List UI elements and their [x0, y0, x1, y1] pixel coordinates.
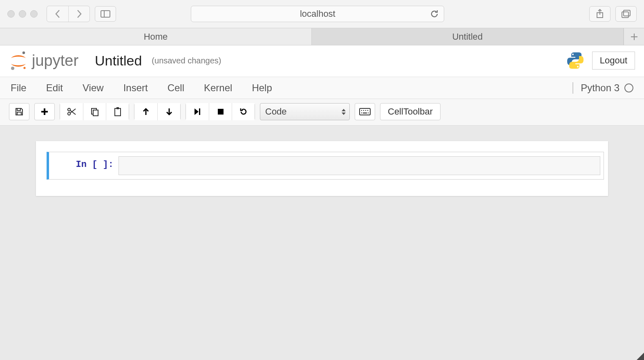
- stop-icon: [217, 108, 224, 115]
- svg-rect-24: [116, 107, 119, 109]
- menu-cell[interactable]: Cell: [168, 82, 184, 94]
- move-up-button[interactable]: [134, 103, 157, 120]
- move-group: [134, 103, 181, 120]
- svg-rect-13: [17, 108, 20, 110]
- celltoolbar-button[interactable]: CellToolbar: [380, 103, 441, 120]
- jupyter-page: jupyter Untitled (unsaved changes) Logou…: [0, 45, 644, 126]
- code-input[interactable]: [119, 156, 600, 175]
- menu-edit[interactable]: Edit: [46, 82, 63, 94]
- menu-kernel[interactable]: Kernel: [204, 82, 232, 94]
- menu-file[interactable]: File: [11, 82, 27, 94]
- save-button[interactable]: [9, 103, 29, 120]
- tabs-icon: [622, 10, 631, 18]
- paste-button[interactable]: [106, 103, 129, 120]
- svg-rect-38: [363, 112, 367, 113]
- paste-icon: [113, 107, 122, 117]
- code-cell[interactable]: In [ ]:: [47, 152, 604, 180]
- svg-rect-32: [360, 108, 370, 115]
- step-forward-icon: [194, 108, 201, 116]
- tab-label: Untitled: [452, 32, 483, 42]
- forward-button[interactable]: [68, 6, 89, 22]
- svg-rect-29: [218, 109, 224, 115]
- run-button[interactable]: [186, 103, 209, 120]
- share-icon: [596, 9, 604, 19]
- jupyter-logo[interactable]: jupyter: [9, 50, 78, 71]
- reload-icon: [430, 9, 439, 18]
- input-area: [119, 154, 604, 178]
- browser-tabstrip: Home Untitled: [0, 28, 644, 45]
- browser-right-controls: [589, 6, 637, 22]
- svg-point-33: [361, 110, 362, 111]
- address-text: localhost: [300, 9, 335, 19]
- minimize-window-icon[interactable]: [19, 10, 26, 18]
- header-right: Logout: [566, 51, 635, 70]
- back-button[interactable]: [47, 6, 68, 22]
- save-icon: [15, 107, 24, 116]
- browser-tab-home[interactable]: Home: [0, 28, 312, 45]
- command-palette-button[interactable]: [355, 103, 375, 120]
- close-window-icon[interactable]: [7, 10, 15, 18]
- move-down-button[interactable]: [157, 103, 180, 120]
- chevron-right-icon: [76, 9, 83, 18]
- plus-icon: [631, 33, 638, 40]
- insert-cell-button[interactable]: [34, 103, 55, 120]
- svg-point-37: [361, 112, 362, 113]
- svg-rect-14: [17, 112, 21, 115]
- notebook-title[interactable]: Untitled: [95, 53, 142, 69]
- tab-label: Home: [144, 32, 168, 42]
- zoom-window-icon[interactable]: [30, 10, 38, 18]
- arrow-up-icon: [142, 108, 150, 116]
- menu-insert[interactable]: Insert: [123, 82, 148, 94]
- svg-point-34: [363, 110, 364, 111]
- arrow-down-icon: [165, 108, 173, 116]
- cut-button[interactable]: [60, 103, 83, 120]
- menu-view[interactable]: View: [83, 82, 104, 94]
- copy-icon: [90, 107, 99, 116]
- copy-button[interactable]: [83, 103, 106, 120]
- cell-type-select[interactable]: Code: [260, 103, 350, 120]
- svg-rect-5: [624, 10, 630, 16]
- menubar: File Edit View Insert Cell Kernel Help P…: [0, 77, 644, 99]
- sidebar-toggle-button[interactable]: [95, 6, 116, 22]
- svg-point-9: [11, 67, 14, 70]
- share-button[interactable]: [589, 6, 610, 22]
- svg-point-35: [365, 110, 366, 111]
- scissors-icon: [67, 107, 76, 116]
- select-caret-icon: [341, 108, 346, 115]
- svg-point-11: [572, 54, 574, 55]
- nav-buttons: [47, 6, 90, 22]
- kernel-status-icon: [624, 83, 633, 92]
- notebook-container: In [ ]:: [36, 141, 608, 196]
- input-prompt: In [ ]:: [49, 154, 119, 178]
- kernel-indicator: Python 3: [572, 82, 633, 94]
- browser-toolbar: localhost: [0, 0, 644, 28]
- reload-button[interactable]: [430, 9, 439, 18]
- restart-button[interactable]: [232, 103, 255, 120]
- svg-rect-23: [115, 108, 121, 116]
- python-logo-icon: [566, 51, 585, 70]
- svg-point-12: [577, 66, 579, 68]
- browser-tab-untitled[interactable]: Untitled: [312, 28, 624, 45]
- svg-point-39: [368, 112, 369, 113]
- logout-button[interactable]: Logout: [592, 52, 635, 70]
- new-tab-button[interactable]: [624, 28, 644, 45]
- cell-type-value: Code: [265, 106, 287, 117]
- save-status: (unsaved changes): [152, 56, 221, 65]
- window-controls: [7, 10, 38, 18]
- svg-rect-28: [199, 108, 200, 115]
- toolbar: Code CellToolbar: [0, 99, 644, 126]
- svg-rect-4: [622, 12, 628, 18]
- svg-marker-30: [342, 109, 346, 111]
- plus-icon: [40, 108, 49, 116]
- interrupt-button[interactable]: [209, 103, 232, 120]
- kernel-name: Python 3: [581, 82, 619, 94]
- browser-chrome: localhost Home Untitled: [0, 0, 644, 45]
- address-bar[interactable]: localhost: [191, 6, 444, 22]
- clipboard-group: [60, 103, 129, 120]
- svg-point-8: [22, 52, 25, 54]
- tabs-overview-button[interactable]: [615, 6, 637, 22]
- svg-marker-27: [195, 108, 199, 115]
- resize-handle-icon[interactable]: [637, 353, 644, 360]
- menu-help[interactable]: Help: [252, 82, 272, 94]
- svg-point-10: [23, 67, 25, 69]
